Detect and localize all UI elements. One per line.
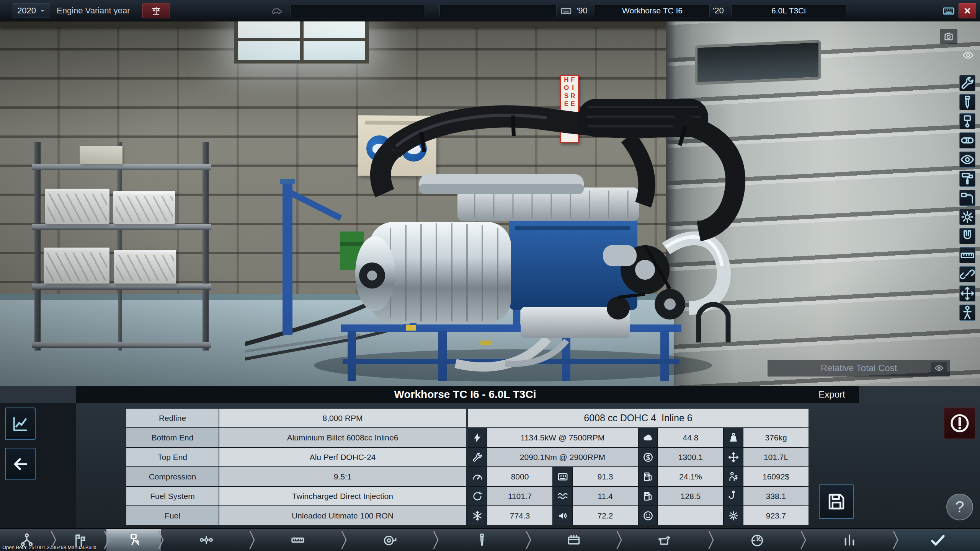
oil-can-icon (658, 533, 672, 547)
ui-visibility-button[interactable] (960, 48, 976, 62)
warning-button[interactable] (944, 408, 975, 439)
warning-icon (949, 412, 970, 434)
max-rpm-icon (468, 467, 487, 486)
topbar-field-1[interactable] (290, 4, 425, 17)
topbar-field-2[interactable] (439, 4, 557, 17)
screwdriver-tool-button[interactable] (959, 94, 975, 110)
total-cost-icon (724, 467, 743, 486)
tab-engine-designer[interactable] (106, 529, 161, 551)
titlebar-corner (0, 386, 76, 403)
help-button[interactable]: ? (946, 494, 973, 520)
stat-bars-icon (842, 533, 857, 547)
floppy-disk-icon (826, 491, 847, 512)
smoothness-value: 11.4 (573, 487, 638, 505)
garage-door-window (695, 40, 821, 85)
photo-mode-button[interactable] (940, 29, 957, 44)
save-button[interactable] (819, 484, 854, 519)
service-cost-value: 128.5 (658, 487, 723, 505)
spec-label-fuel: Fuel (126, 506, 219, 525)
window-mullion (238, 38, 365, 41)
service-cost-icon (639, 487, 657, 505)
family-name-value: Workhorse TC I6 (622, 6, 683, 15)
eye-icon (962, 49, 974, 61)
production-units-value: 338.1 (743, 487, 808, 505)
engineering-time-value: 923.7 (743, 506, 808, 525)
engine-stats-table: 6008 cc DOHC 4 Inline 6 1134.5kW @ 7500R… (468, 409, 803, 525)
paint-tool-button[interactable] (959, 171, 975, 187)
engine-configuration-header: 6008 cc DOHC 4 Inline 6 (468, 409, 808, 427)
spec-label-top-end: Top End (126, 448, 219, 466)
variant-name-field[interactable]: 6.0L T3Ci (731, 4, 846, 17)
piston-wrench-icon (126, 533, 141, 547)
emissions-test-value (658, 506, 723, 525)
spec-label-bottom-end: Bottom End (126, 428, 219, 447)
octane-icon (553, 467, 572, 486)
ruler-icon (291, 533, 305, 547)
weight-icon (724, 428, 743, 447)
loudness-value: 72.2 (573, 506, 638, 525)
link-tool-button[interactable] (959, 266, 975, 282)
engine-size-value: 101.7L (743, 448, 808, 466)
smoothness-icon (553, 487, 572, 505)
close-button[interactable]: × (959, 3, 976, 18)
emissions-value: 44.8 (658, 428, 723, 447)
wrench-tool-button[interactable] (959, 75, 975, 91)
line-chart-icon (11, 415, 29, 433)
shelf-board (32, 164, 211, 170)
hose-tool-button[interactable] (959, 190, 975, 206)
shelf-post (118, 142, 122, 350)
tab-exhaust[interactable] (528, 529, 619, 551)
back-button[interactable] (5, 448, 36, 480)
tab-lubrication[interactable] (619, 529, 711, 551)
plastic-crate (114, 250, 176, 284)
tab-top-end[interactable] (252, 529, 344, 551)
tab-results[interactable] (803, 529, 895, 551)
dyno-graphs-button[interactable] (5, 408, 36, 440)
variant-year-dropdown[interactable]: 2020 (13, 3, 50, 18)
variant-name-value: 6.0L T3Ci (771, 6, 806, 15)
engine-size-icon (724, 448, 743, 466)
engineering-time-icon (724, 506, 743, 525)
human-scale-tool-button[interactable] (959, 305, 975, 321)
balance-compare-button[interactable] (142, 3, 170, 18)
magnet-tool-button[interactable] (959, 228, 975, 244)
belt-tool-button[interactable] (959, 132, 975, 148)
efficiency-icon (639, 467, 657, 486)
spec-value-top-end: Alu Perf DOHC-24 (219, 448, 466, 466)
relative-total-cost-bar: Relative Total Cost (768, 360, 950, 377)
engine-3d-model (245, 96, 827, 386)
build-version-text: Open Beta: 251001.3736468.Manual.Build (2, 544, 96, 550)
tab-aspiration[interactable] (344, 529, 436, 551)
tab-fuel-system[interactable] (436, 529, 528, 551)
titlebar-corner (859, 386, 980, 403)
export-button[interactable]: Export (807, 386, 857, 403)
fixture-toolbar (959, 75, 975, 321)
material-cost-icon (639, 448, 657, 466)
measure-tool-button[interactable] (959, 247, 975, 263)
chevron-down-icon (40, 8, 46, 14)
efficiency-value: 24.1% (658, 467, 723, 486)
spec-label-redline: Redline (126, 409, 219, 427)
family-name-field[interactable]: Workhorse TC I6 (595, 4, 710, 17)
torque-icon (468, 448, 487, 466)
rename-keyboard-icon[interactable] (559, 5, 573, 16)
tab-bottom-end[interactable] (161, 529, 252, 551)
move-tool-button[interactable] (959, 285, 975, 302)
gear-tool-button[interactable] (959, 209, 975, 225)
shelf-board (32, 224, 211, 230)
engine-block-icon (567, 533, 581, 547)
total-cost-value: 16092$ (743, 467, 808, 486)
engine-spec-table: Redline 8,000 RPM Bottom End Aluminium B… (126, 409, 466, 525)
emissions-icon (639, 428, 657, 447)
engine-3d-viewport[interactable]: FIRE HOSE (0, 21, 980, 386)
keyboard-shortcuts-icon[interactable] (941, 4, 956, 17)
crankshaft-icon (199, 533, 214, 547)
tab-dyno[interactable] (711, 529, 803, 551)
visibility-tool-button[interactable] (959, 152, 975, 168)
piston-tool-button[interactable] (959, 113, 975, 129)
turbo-icon (382, 533, 397, 547)
power-icon (468, 428, 487, 447)
cost-visibility-toggle[interactable] (931, 362, 947, 374)
emissions-test-icon (639, 506, 657, 525)
tab-confirm[interactable] (895, 529, 980, 551)
